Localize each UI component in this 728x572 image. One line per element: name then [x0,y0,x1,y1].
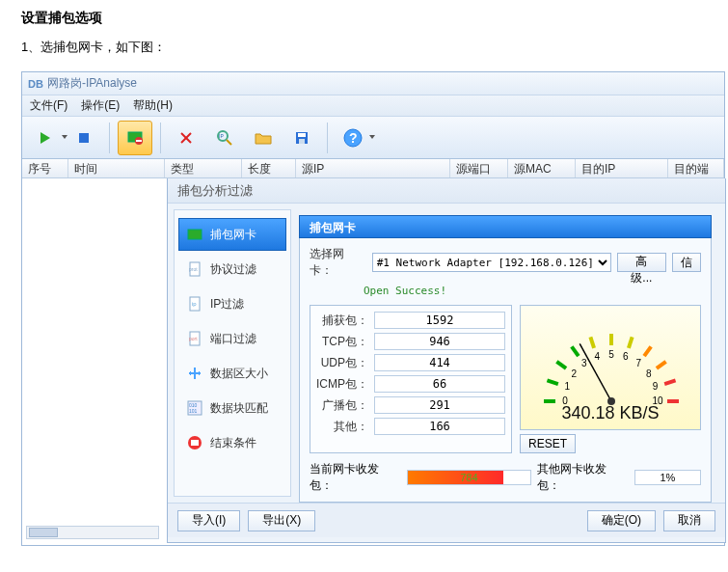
svg-text:1: 1 [565,381,571,392]
col-seq[interactable]: 序号 [22,159,68,177]
nic-select[interactable]: #1 Network Adapter [192.168.0.126] [372,253,611,272]
col-type[interactable]: 类型 [165,159,242,177]
col-len[interactable]: 长度 [242,159,296,177]
svg-text:IP: IP [219,133,224,139]
reset-button[interactable]: RESET [520,434,576,453]
toolbar: IP ? [22,117,724,159]
doc-step: 1、选捕包网卡，如下图： [0,35,728,71]
menubar: 文件(F) 操作(E) 帮助(H) [22,95,724,117]
app-logo: DB [28,78,43,90]
svg-rect-11 [298,133,306,137]
bcast-value: 291 [374,396,505,414]
column-headers: 序号 时间 类型 长度 源IP 源端口 源MAC 目的IP 目的端 [22,159,724,178]
import-button[interactable]: 导入(I) [177,510,240,531]
main-area: 捕包分析过滤 捕包网卡 prot协议过滤 ipIP过滤 port端口过滤 数据区… [22,178,724,545]
gauge-reading: 340.18 KB/S [521,403,700,423]
svg-rect-26 [191,440,199,446]
svg-line-28 [547,380,557,384]
filter-dialog: 捕包分析过滤 捕包网卡 prot协议过滤 ipIP过滤 port端口过滤 数据区… [167,178,726,543]
svg-line-36 [664,380,675,384]
svg-text:6: 6 [623,351,629,362]
ok-button[interactable]: 确定(O) [587,510,656,531]
delete-button[interactable] [169,121,203,155]
current-traffic-label: 当前网卡收发包： [310,461,401,494]
udp-value: 414 [374,354,505,371]
bcast-label: 广播包： [316,397,368,414]
svg-text:3: 3 [581,358,587,368]
svg-text:prot: prot [189,266,198,272]
svg-rect-1 [79,133,89,143]
other-traffic-bar: 1% [634,470,701,485]
nav-nic[interactable]: 捕包网卡 [178,218,286,251]
stats-panel: 捕获包：1592 TCP包：946 UDP包：414 ICMP包：66 广播包：… [310,305,512,453]
svg-rect-4 [136,140,142,142]
svg-text:9: 9 [653,381,659,392]
binary-icon: 010101 [187,400,202,416]
open-button[interactable] [246,121,281,155]
nic-icon [187,227,202,242]
dialog-nav: 捕包网卡 prot协议过滤 ipIP过滤 port端口过滤 数据区大小 0101… [174,209,291,497]
col-dstip[interactable]: 目的IP [576,159,668,177]
current-traffic-bar: 784 [407,470,531,485]
col-srcip[interactable]: 源IP [296,159,450,177]
select-nic-label: 选择网卡： [310,246,366,279]
menu-file[interactable]: 文件(F) [30,97,67,114]
svg-text:8: 8 [646,368,652,379]
other-value: 166 [374,418,505,435]
speed-gauge: 012345678910 340.18 KB/S [520,305,701,430]
filter-button[interactable] [118,121,152,155]
svg-line-29 [556,362,566,368]
nav-block[interactable]: 010101数据块匹配 [178,392,286,424]
export-button[interactable]: 导出(X) [248,510,315,531]
menu-help[interactable]: 帮助(H) [133,97,173,114]
col-time[interactable]: 时间 [68,159,165,177]
svg-line-35 [657,362,666,368]
col-srcmac[interactable]: 源MAC [508,159,576,177]
svg-text:4: 4 [594,351,600,362]
svg-text:7: 7 [635,358,641,368]
help-button[interactable]: ? [336,121,370,155]
titlebar: DB 网路岗-IPAnalyse [22,72,724,95]
svg-text:?: ? [349,130,358,146]
menu-operate[interactable]: 操作(E) [81,97,120,114]
svg-text:101: 101 [189,408,198,414]
svg-line-34 [644,346,651,356]
tcp-label: TCP包： [316,334,368,350]
other-label: 其他： [316,419,368,435]
svg-text:5: 5 [608,349,614,360]
doc-icon: ip [187,296,202,312]
doc-heading: 设置捕包选项 [0,0,728,35]
horizontal-scrollbar[interactable] [26,526,159,539]
cap-value: 1592 [374,312,505,329]
svg-line-8 [227,140,231,145]
dialog-buttons: 导入(I) 导出(X) 确定(O) 取消 [168,503,725,537]
dialog-content: 捕包网卡 选择网卡： #1 Network Adapter [192.168.0… [291,209,719,497]
panel-title: 捕包网卡 [299,215,712,238]
dialog-title: 捕包分析过滤 [168,178,725,204]
col-dstport[interactable]: 目的端 [668,159,724,177]
arrows-icon [187,366,202,381]
svg-text:port: port [189,336,198,341]
stop-button[interactable] [67,121,101,155]
svg-rect-12 [299,139,305,144]
cap-label: 捕获包： [316,313,368,329]
nav-end[interactable]: 结束条件 [178,426,286,459]
nav-port[interactable]: port端口过滤 [178,322,286,355]
advanced-button[interactable]: 高级... [617,253,666,272]
nav-protocol[interactable]: prot协议过滤 [178,253,286,286]
icmp-label: ICMP包： [316,376,368,393]
info-button[interactable]: 信 [672,253,701,272]
cancel-button[interactable]: 取消 [663,510,715,531]
save-button[interactable] [284,121,319,155]
nav-ip[interactable]: ipIP过滤 [178,287,286,320]
start-button[interactable] [28,121,63,155]
svg-line-33 [629,337,633,347]
search-ip-button[interactable]: IP [207,121,242,155]
svg-line-30 [572,346,579,356]
col-srcport[interactable]: 源端口 [450,159,508,177]
nav-size[interactable]: 数据区大小 [178,357,286,390]
udp-label: UDP包： [316,355,368,371]
stop-icon [187,435,202,450]
icmp-value: 66 [374,375,505,393]
svg-line-31 [590,337,594,347]
